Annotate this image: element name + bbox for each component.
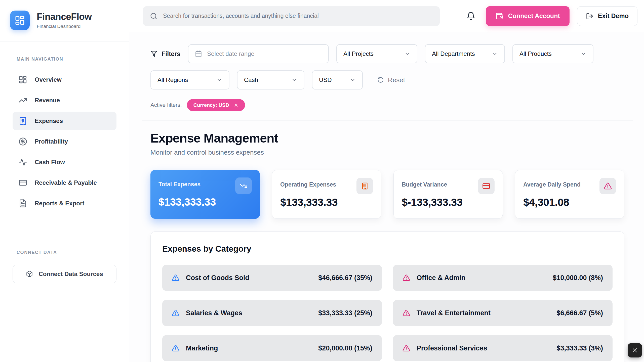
nav-heading: MAIN NAVIGATION	[17, 57, 116, 62]
main-navigation: MAIN NAVIGATION Overview Revenue Expense…	[0, 57, 129, 283]
sidebar-item-label: Receivable & Payable	[35, 179, 97, 186]
sidebar-item-profitability[interactable]: Profitability	[13, 132, 116, 151]
global-search[interactable]	[143, 6, 440, 26]
stat-label: Budget Variance	[402, 178, 447, 188]
category-value: $20,000.00 (15%)	[318, 344, 372, 352]
currency-select-value: USD	[319, 76, 332, 83]
search-input[interactable]	[163, 13, 433, 19]
expenses-by-category-section: Expenses by Category Cost of Goods Sold …	[150, 231, 624, 362]
sidebar-item-reports-export[interactable]: Reports & Export	[13, 194, 116, 213]
products-select[interactable]: All Products	[512, 44, 593, 63]
connect-account-label: Connect Account	[508, 12, 560, 20]
alert-triangle-icon	[403, 344, 410, 352]
layout-dashboard-icon	[15, 15, 25, 26]
brand-text: FinanceFlow Financial Dashboard	[37, 12, 92, 29]
sidebar-item-receivable-payable[interactable]: Receivable & Payable	[13, 173, 116, 192]
category-value: $3,333.33 (3%)	[556, 344, 603, 352]
app-logo	[10, 11, 30, 30]
trending-down-icon	[235, 177, 252, 194]
filters-row-1: Filters All Projects All Departments	[150, 44, 624, 63]
page-title: Expense Management	[150, 131, 624, 146]
category-name: Salaries & Wages	[186, 309, 242, 317]
stat-value: $-133,333.33	[402, 196, 495, 208]
stat-card-total-expenses[interactable]: Total Expenses $133,333.33	[150, 170, 260, 219]
chevron-down-icon	[580, 51, 586, 57]
stat-card-budget-variance[interactable]: Budget Variance $-133,333.33	[393, 170, 503, 219]
chip-label: Currency: USD	[193, 102, 229, 108]
section-divider	[142, 120, 633, 120]
stat-card-average-daily-spend[interactable]: Average Daily Spend $4,301.08	[515, 170, 624, 219]
sidebar-item-cash-flow[interactable]: Cash Flow	[13, 153, 116, 171]
sidebar-item-label: Reports & Export	[35, 200, 84, 207]
sidebar-item-label: Expenses	[35, 117, 63, 124]
reset-filters-button[interactable]: Reset	[377, 76, 405, 84]
regions-select-value: All Regions	[157, 76, 188, 83]
currency-select[interactable]: USD	[312, 70, 363, 89]
exit-demo-label: Exit Demo	[598, 12, 629, 20]
category-row-office-admin[interactable]: Office & Admin $10,000.00 (8%)	[393, 265, 613, 291]
connect-account-button[interactable]: Connect Account	[486, 6, 570, 26]
category-section-title: Expenses by Category	[162, 244, 613, 254]
category-name: Professional Services	[417, 344, 487, 352]
active-filter-chip-currency[interactable]: Currency: USD	[187, 99, 245, 111]
category-row-left: Office & Admin	[403, 274, 465, 282]
chevron-down-icon	[291, 77, 297, 83]
category-row-professional-services[interactable]: Professional Services $3,333.33 (3%)	[393, 335, 613, 361]
active-filters-label: Active filters:	[150, 102, 182, 108]
notifications-button[interactable]	[466, 12, 475, 21]
credit-card-icon	[478, 178, 495, 194]
sidebar-item-overview[interactable]: Overview	[13, 70, 116, 89]
bell-icon	[466, 12, 475, 21]
brand-name: FinanceFlow	[37, 12, 92, 22]
dismiss-overlay-button[interactable]	[628, 343, 642, 357]
sidebar: FinanceFlow Financial Dashboard MAIN NAV…	[0, 0, 129, 362]
exit-demo-button[interactable]: Exit Demo	[577, 6, 637, 26]
chevron-down-icon	[492, 51, 498, 57]
reset-label: Reset	[388, 76, 405, 84]
sidebar-item-revenue[interactable]: Revenue	[13, 91, 116, 110]
active-filters-row: Active filters: Currency: USD	[150, 99, 624, 111]
sidebar-item-expenses[interactable]: Expenses	[13, 112, 116, 130]
category-row-cost-of-goods-sold[interactable]: Cost of Goods Sold $46,666.67 (35%)	[162, 265, 382, 291]
page-subtitle: Monitor and control business expenses	[150, 149, 624, 156]
stat-card-operating-expenses[interactable]: Operating Expenses $133,333.33	[272, 170, 381, 219]
brand-header: FinanceFlow Financial Dashboard	[0, 0, 129, 41]
projects-select[interactable]: All Projects	[336, 44, 417, 63]
departments-select-value: All Departments	[432, 50, 475, 57]
category-row-salaries-wages[interactable]: Salaries & Wages $33,333.33 (25%)	[162, 300, 382, 326]
stat-card-header: Total Expenses	[158, 177, 252, 194]
filters-row-2: All Regions Cash USD	[150, 70, 624, 89]
date-range-field[interactable]	[207, 50, 322, 57]
products-select-value: All Products	[519, 50, 552, 57]
activity-icon	[19, 158, 27, 166]
date-range-input[interactable]	[188, 44, 329, 63]
accounting-basis-select[interactable]: Cash	[237, 70, 304, 89]
stat-card-header: Operating Expenses	[280, 178, 373, 194]
alert-triangle-icon	[403, 274, 410, 282]
category-row-left: Professional Services	[403, 344, 487, 352]
alert-triangle-icon	[172, 274, 179, 282]
topbar: Connect Account Exit Demo	[129, 0, 644, 32]
category-row-marketing[interactable]: Marketing $20,000.00 (15%)	[162, 335, 382, 361]
alert-triangle-icon	[403, 309, 410, 317]
category-name: Cost of Goods Sold	[186, 274, 249, 282]
category-row-travel-entertainment[interactable]: Travel & Entertainment $6,666.67 (5%)	[393, 300, 613, 326]
rotate-ccw-icon	[377, 77, 384, 83]
sidebar-item-label: Profitability	[35, 138, 68, 145]
departments-select[interactable]: All Departments	[425, 44, 505, 63]
stat-label: Total Expenses	[158, 177, 200, 188]
main-area: Connect Account Exit Demo Filters	[129, 0, 644, 362]
sidebar-item-label: Cash Flow	[35, 159, 65, 166]
connect-data-heading: CONNECT DATA	[17, 250, 116, 255]
alert-triangle-icon	[172, 344, 179, 352]
category-name: Office & Admin	[417, 274, 465, 282]
trending-up-icon	[19, 96, 27, 105]
close-icon[interactable]	[234, 103, 238, 108]
regions-select[interactable]: All Regions	[150, 70, 229, 89]
filters-label: Filters	[150, 50, 180, 58]
chevron-down-icon	[404, 51, 410, 57]
connect-data-sources-button[interactable]: Connect Data Sources	[13, 265, 116, 283]
stat-label: Average Daily Spend	[523, 178, 581, 188]
category-row-left: Marketing	[172, 344, 218, 352]
credit-card-icon	[19, 178, 27, 187]
